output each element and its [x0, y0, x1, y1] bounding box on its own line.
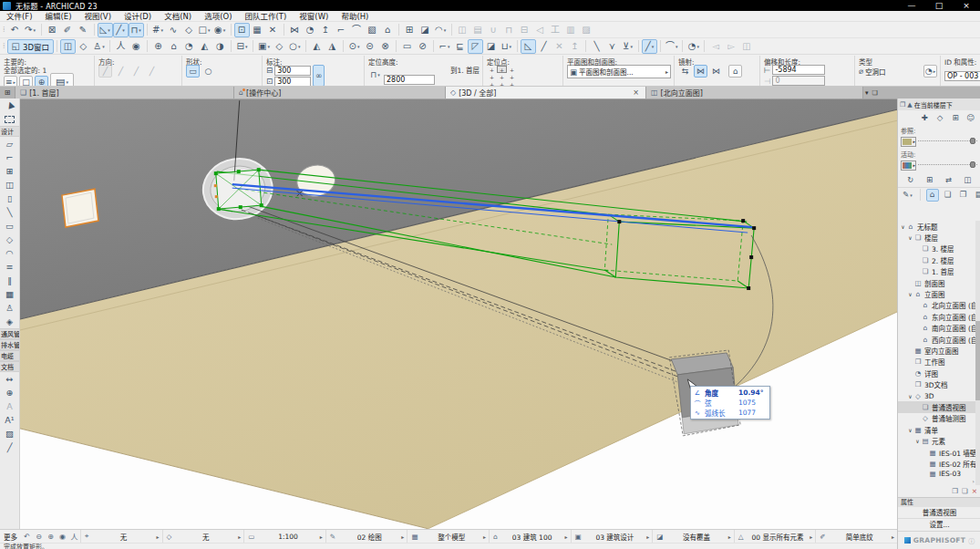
- dimension-3d-icon[interactable]: ⌐▾: [437, 39, 452, 54]
- menu-item[interactable]: 视图(V): [78, 11, 118, 22]
- anchor-story-button[interactable]: ⌂: [728, 65, 742, 78]
- bounding-box-icon[interactable]: ◇: [272, 39, 287, 54]
- orbit-icon[interactable]: ◉: [57, 533, 68, 541]
- marquee-tool[interactable]: [0, 112, 19, 126]
- more-button[interactable]: 更多: [0, 532, 21, 542]
- anchor-cell-5[interactable]: +: [507, 73, 517, 80]
- dimensions-icon[interactable]: ◫: [455, 23, 470, 37]
- move-icon[interactable]: ⌂: [380, 23, 396, 37]
- rotated-grid-icon[interactable]: ⊡: [234, 23, 250, 37]
- anchor-cell-1[interactable]: +: [497, 66, 507, 73]
- tree-item[interactable]: ⌂东向立面图 (自动重建): [898, 311, 976, 322]
- toolbox-section-label[interactable]: 文档: [0, 361, 19, 372]
- anchor-point-grid[interactable]: +++++++++: [487, 66, 560, 86]
- view-map-icon[interactable]: ❏: [942, 189, 954, 202]
- pen-set-select[interactable]: ✎02 绘图▸: [325, 530, 407, 543]
- toolbox-section-label[interactable]: 电缆: [0, 350, 19, 361]
- anchor-cell-3[interactable]: +: [487, 73, 497, 80]
- anchor-cell-7[interactable]: +: [497, 80, 507, 86]
- section-marker-icon[interactable]: ⊓: [501, 23, 517, 37]
- no-photo-icon[interactable]: ⊘: [415, 39, 430, 54]
- wall-tool[interactable]: ▱: [0, 137, 19, 150]
- menu-item[interactable]: 视窗(W): [293, 11, 335, 22]
- tree-item[interactable]: ∨⌂无标题: [898, 221, 976, 232]
- delete-icon[interactable]: ✕: [265, 23, 281, 37]
- object-tool[interactable]: ♙: [0, 301, 19, 315]
- tree-item[interactable]: ∨❏楼层: [898, 232, 976, 243]
- reference-color-swatch[interactable]: ▸: [901, 137, 916, 147]
- switch-reference-icon[interactable]: ↻: [904, 173, 917, 186]
- stretch-icon[interactable]: ↥: [318, 23, 334, 37]
- axonometry-icon[interactable]: ◇: [76, 39, 91, 54]
- photo-icon[interactable]: ▭: [399, 39, 415, 54]
- settings-button[interactable]: 设置...: [898, 519, 980, 531]
- tree-item[interactable]: ◇普通轴测图: [898, 413, 976, 424]
- tab-overview-button[interactable]: ⊞: [0, 87, 15, 98]
- menu-item[interactable]: 团队工作(T): [239, 11, 294, 22]
- model-filter-select[interactable]: ▦整个模型▸: [407, 530, 489, 543]
- favorites-button[interactable]: ≡▸: [4, 76, 17, 86]
- toolbox-section-label[interactable]: 设计: [0, 126, 19, 137]
- project-map-icon[interactable]: ⌂: [926, 189, 939, 202]
- roof-tool[interactable]: ◇: [0, 233, 19, 246]
- skylight-tool[interactable]: ◫: [0, 178, 19, 192]
- cursor-snap-icon[interactable]: ◇: [181, 23, 197, 37]
- snap-reference-icon[interactable]: ╱▾: [642, 39, 657, 54]
- plan-display-dropdown[interactable]: ▣ 平面图和剖面图... ▸: [567, 65, 671, 78]
- tree-item[interactable]: ⌂西向立面图 (自动重建): [898, 334, 976, 345]
- camera-path-icon[interactable]: ♙▾: [91, 39, 107, 54]
- close-button[interactable]: ×: [953, 0, 980, 11]
- curtain-wall-tool[interactable]: ▦: [0, 287, 19, 301]
- tree-caret-icon[interactable]: ∨: [907, 393, 913, 399]
- tree-item[interactable]: ❏1. 首层: [898, 266, 976, 277]
- tree-item[interactable]: ∨⌂立面图: [898, 288, 976, 299]
- hatch-icon[interactable]: ▨: [579, 23, 594, 37]
- layer-settings-icon[interactable]: ▦: [250, 23, 265, 37]
- line-tool[interactable]: ╱: [0, 440, 19, 454]
- shadow-icon[interactable]: ◑: [212, 39, 228, 54]
- tree-item[interactable]: ▦室内立面图: [898, 345, 976, 356]
- fillet-icon[interactable]: ⌒: [349, 23, 365, 37]
- marquee-3d-icon[interactable]: ○▾: [287, 39, 303, 54]
- anchor-cell-8[interactable]: +: [507, 80, 517, 86]
- trace-face-icon[interactable]: ☺: [965, 111, 977, 124]
- window-tool[interactable]: ⊞: [0, 164, 19, 178]
- arc-segment-icon[interactable]: ⌒▾: [664, 39, 680, 54]
- 3d-window-button[interactable]: ◱3D窗口: [7, 39, 54, 54]
- length-input[interactable]: [772, 76, 825, 86]
- menu-item[interactable]: 设计(D): [118, 11, 158, 22]
- tree-item[interactable]: ∨◇3D: [898, 390, 976, 401]
- dimension-tool[interactable]: ↔: [0, 372, 19, 386]
- add-selection-icon[interactable]: ◭: [309, 39, 325, 54]
- tree-hscroll-arrow[interactable]: ›: [973, 478, 975, 484]
- opening-settings-button[interactable]: ◔▸: [923, 65, 937, 78]
- cutaway-icon[interactable]: ⊟▾: [234, 39, 250, 54]
- previous-view-icon[interactable]: ◅: [707, 39, 723, 54]
- sun-icon[interactable]: ⊙▾: [346, 39, 362, 54]
- dimension-style-select[interactable]: ◇无▸: [162, 530, 244, 543]
- tree-item[interactable]: ∨▦清单: [898, 424, 976, 435]
- undo-icon[interactable]: ↶: [7, 23, 23, 37]
- inject-parameters-icon[interactable]: ✎: [76, 23, 91, 37]
- steel-profile-icon[interactable]: 工: [548, 23, 563, 37]
- toolbox-section-label[interactable]: 排水管: [0, 339, 19, 350]
- marker-set-select[interactable]: ⌖无▸: [80, 530, 162, 543]
- look-around-icon[interactable]: ◉: [129, 39, 144, 54]
- snap-guides-icon[interactable]: ╱▾: [113, 23, 129, 37]
- magic-wand-icon[interactable]: ◔▾: [686, 39, 701, 54]
- tree-item[interactable]: ❏普通透视图: [898, 401, 976, 412]
- close-palette-icon[interactable]: ×: [972, 487, 977, 495]
- railing-tool[interactable]: ‖: [0, 274, 19, 287]
- placement-method-button[interactable]: ⊕: [35, 76, 48, 86]
- perspective-icon[interactable]: ◫: [60, 39, 76, 54]
- width-input[interactable]: [274, 66, 311, 76]
- tree-item[interactable]: ❏3. 楼层: [898, 243, 976, 254]
- vertex-icon[interactable]: ⋎: [604, 39, 620, 54]
- handles-icon[interactable]: ◪: [483, 39, 499, 54]
- layer-combination-select[interactable]: ⌂03 建筑 100▸: [489, 530, 571, 543]
- edited-opening-rectangle[interactable]: [214, 168, 263, 211]
- rotate-trace-icon[interactable]: ◇: [934, 111, 946, 124]
- segment-icon[interactable]: ╱: [536, 39, 552, 54]
- camera-settings-icon[interactable]: ◔: [181, 39, 197, 54]
- intersect-icon[interactable]: ⌐: [334, 23, 349, 37]
